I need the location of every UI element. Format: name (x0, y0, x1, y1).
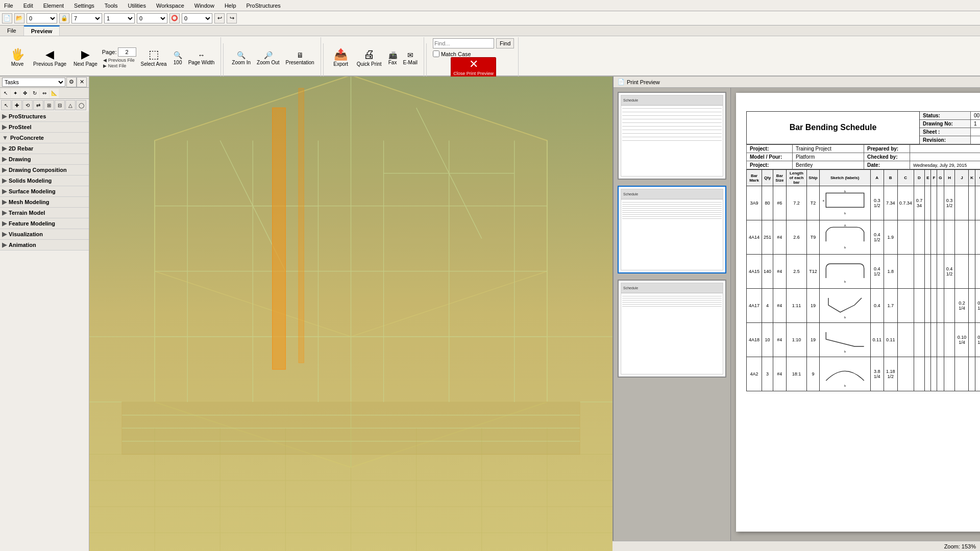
tool2[interactable]: ✚ (12, 100, 22, 110)
tool-move[interactable]: ✥ (20, 89, 30, 98)
svg-text:b: b (844, 212, 846, 215)
tab-file[interactable]: File (0, 26, 24, 36)
lock-btn[interactable]: 🔒 (59, 13, 69, 23)
panel-close-btn[interactable]: ✕ (77, 77, 87, 87)
panel-settings-btn[interactable]: ⚙ (66, 77, 77, 87)
zoom-out-button[interactable]: 🔎 Zoom Out (255, 50, 281, 66)
page-width-button[interactable]: ↔ Page Width (186, 50, 217, 66)
circle-btn[interactable]: ⭕ (169, 13, 180, 23)
presentation-button[interactable]: 🖥 Presentation (284, 50, 316, 66)
cell-b: 7.34 (884, 186, 897, 220)
tool-snap[interactable]: 📐 (50, 89, 59, 98)
select-area-label: Select Area (141, 61, 167, 67)
page-number-input[interactable] (118, 47, 136, 57)
tree-section-header-3[interactable]: ▶ 2D Rebar (0, 143, 89, 154)
cell-b: 0.11 (884, 323, 897, 357)
tree-section-header-4[interactable]: ▶ Drawing (0, 154, 89, 164)
next-page-button[interactable]: ▶ Next Page (71, 47, 100, 68)
tool-point[interactable]: ✦ (11, 89, 20, 98)
tree-section-header-8[interactable]: ▶ Mesh Modeling (0, 197, 89, 207)
select-area-button[interactable]: ⬚ Select Area (138, 47, 169, 68)
next-file-btn[interactable]: ▶ Next File (103, 63, 135, 68)
page-preview[interactable]: Page 2 Bar Bending Schedule Status: 007-… (731, 88, 980, 551)
hundred-button[interactable]: 🔍 100 (172, 50, 184, 66)
thumbnail-3[interactable]: Schedule (618, 280, 726, 378)
redo-btn[interactable]: ↪ (227, 13, 237, 23)
tree-section-9: ▶ Terrain Model (0, 208, 89, 218)
menu-workspace[interactable]: Workspace (154, 2, 186, 10)
menu-element[interactable]: Element (41, 2, 66, 10)
tool-select[interactable]: ↖ (1, 89, 10, 98)
cell-length: 1:11 (786, 289, 807, 323)
cell-o (975, 255, 980, 289)
export-button[interactable]: 📤 Export (330, 47, 352, 68)
tool6[interactable]: ⊟ (55, 100, 65, 110)
page-content: Page 2 Bar Bending Schedule Status: 007-… (736, 93, 980, 532)
snap-combo[interactable]: 0 (27, 13, 57, 23)
move-button[interactable]: 🖐 Move (6, 47, 29, 68)
cell-j (955, 357, 969, 391)
previous-page-button[interactable]: ◀ Previous Page (31, 47, 69, 68)
email-button[interactable]: ✉ E-Mail (401, 50, 420, 66)
fax-button[interactable]: 📠 Fax (386, 50, 399, 66)
dim-combo[interactable]: 0 (137, 13, 167, 23)
col-c: C (897, 170, 914, 186)
tree-section-header-1[interactable]: ▶ ProSteel (0, 122, 89, 132)
quick-print-button[interactable]: 🖨 Quick Print (354, 47, 384, 68)
tree-section-header-7[interactable]: ▶ Surface Modeling (0, 186, 89, 196)
tool8[interactable]: ◯ (76, 100, 86, 110)
tool4[interactable]: ⇄ (33, 100, 43, 110)
cell-o (975, 220, 980, 255)
open-btn[interactable]: 📂 (14, 13, 24, 23)
tree-section-header-11[interactable]: ▶ Visualization (0, 229, 89, 239)
tree-section-header-2[interactable]: ▼ ProConcrete (0, 133, 89, 143)
tool1[interactable]: ↖ (1, 100, 11, 110)
tree-section-header-0[interactable]: ▶ ProStructures (0, 111, 89, 121)
thumb-header-1: Schedule (621, 95, 723, 106)
menu-utilities[interactable]: Utilities (126, 2, 148, 10)
thumbnail-2[interactable]: Schedule (618, 186, 726, 273)
undo-btn[interactable]: ↩ (214, 13, 225, 23)
cell-e (925, 255, 931, 289)
viewport-area[interactable] (89, 77, 612, 551)
menu-window[interactable]: Window (192, 2, 216, 10)
tool5[interactable]: ⊞ (44, 100, 54, 110)
tool3[interactable]: ⟲ (22, 100, 33, 110)
tree-section-header-10[interactable]: ▶ Feature Modeling (0, 218, 89, 229)
cell-bar-mark: 4A17 (747, 289, 762, 323)
cell-bar-size: #4 (773, 220, 786, 255)
thumb-label-1: Schedule (623, 98, 638, 102)
tree-section-header-12[interactable]: ▶ Animation (0, 240, 89, 250)
menu-settings[interactable]: Settings (72, 2, 96, 10)
zoom-in-button[interactable]: 🔍 Zoom In (230, 50, 253, 66)
scale-combo[interactable]: 7 (71, 13, 102, 23)
find-button[interactable]: Find (496, 38, 514, 48)
task-combo[interactable]: Tasks (2, 78, 65, 87)
tool-rotate[interactable]: ↻ (30, 89, 39, 98)
thumb-label-2: Schedule (623, 192, 638, 196)
match-case-label: Match Case (441, 51, 471, 57)
menu-help[interactable]: Help (223, 2, 238, 10)
tree-section-header-6[interactable]: ▶ Solids Modeling (0, 176, 89, 186)
project-info-table: Project: Training Project Prepared by: M… (746, 144, 980, 169)
menu-edit[interactable]: Edit (21, 2, 35, 10)
weight-combo[interactable]: 0 (182, 13, 212, 23)
tool-mirror[interactable]: ⇔ (40, 89, 49, 98)
close-print-button[interactable]: ✕ Close Print Preview (451, 57, 496, 78)
tree-section-header-9[interactable]: ▶ Terrain Model (0, 208, 89, 218)
page-label: Page: (102, 49, 117, 55)
find-input[interactable] (433, 38, 494, 48)
tool7[interactable]: △ (65, 100, 76, 110)
tree-section-header-5[interactable]: ▶ Drawing Composition (0, 165, 89, 175)
prev-file-btn[interactable]: ◀ Previous File (103, 58, 135, 63)
new-btn[interactable]: 📄 (2, 13, 12, 23)
tab-preview[interactable]: Preview (24, 26, 60, 36)
angle-combo[interactable]: 1 (104, 13, 135, 23)
match-case-checkbox[interactable] (433, 51, 439, 57)
menu-file[interactable]: File (2, 2, 15, 10)
cell-sketch: b (819, 357, 870, 391)
menu-tools[interactable]: Tools (103, 2, 120, 10)
thumbnail-1[interactable]: Schedule (618, 92, 726, 180)
menu-prostructures[interactable]: ProStructures (244, 2, 283, 10)
prev-next-file: ◀ Previous File ▶ Next File (103, 58, 135, 68)
